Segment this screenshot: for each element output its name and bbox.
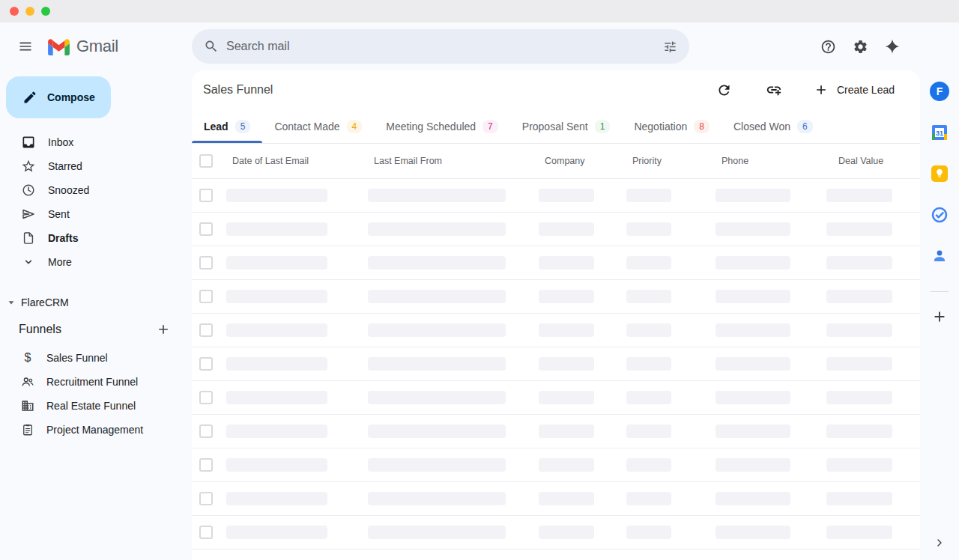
funnel-item-project-management[interactable]: Project Management — [0, 418, 192, 442]
lead-row-loading[interactable] — [192, 482, 920, 516]
collapse-arrow-icon — [7, 298, 16, 307]
skeleton-bar — [826, 357, 892, 371]
zoom-window-button[interactable] — [41, 7, 50, 16]
tab-proposal-sent[interactable]: Proposal Sent1 — [510, 109, 623, 143]
tab-count-badge: 6 — [797, 120, 813, 133]
funnel-item-sales[interactable]: $ Sales Funnel — [0, 346, 192, 370]
skeleton-bar — [368, 526, 506, 539]
keep-panel-button[interactable] — [930, 164, 949, 183]
search-input[interactable] — [226, 40, 655, 53]
column-header: Deal Value — [825, 156, 920, 166]
funnel-item-real-estate[interactable]: Real Estate Funnel — [0, 394, 192, 418]
page-title: Sales Funnel — [203, 83, 715, 97]
lead-row-loading[interactable] — [192, 415, 920, 448]
column-header: Date of Last Email — [225, 156, 366, 166]
right-side-panel: F 31 — [920, 70, 959, 560]
tune-icon — [663, 40, 677, 54]
skeleton-bar — [368, 323, 506, 337]
plus-icon — [156, 322, 171, 337]
lead-row-loading[interactable] — [192, 246, 920, 280]
tab-meeting-scheduled[interactable]: Meeting Scheduled7 — [374, 109, 510, 143]
row-checkbox[interactable] — [199, 492, 213, 505]
people-icon — [21, 375, 34, 389]
row-checkbox[interactable] — [199, 458, 213, 472]
help-button[interactable] — [815, 34, 841, 59]
row-checkbox[interactable] — [199, 189, 213, 202]
gmail-wordmark: Gmail — [76, 37, 118, 56]
lead-row-loading[interactable] — [192, 280, 920, 314]
funnels-header: Funnels — [0, 313, 192, 346]
funnel-item-recruitment[interactable]: Recruitment Funnel — [0, 370, 192, 394]
mail-nav: Inbox Starred Snoozed Sent Drafts — [0, 130, 192, 274]
skeleton-bar — [226, 357, 327, 371]
search-button[interactable] — [196, 31, 226, 61]
building-icon — [21, 399, 34, 413]
tasks-panel-button[interactable] — [930, 205, 949, 225]
calendar-panel-button[interactable]: 31 — [930, 123, 949, 142]
skeleton-bar — [226, 526, 327, 539]
clock-icon — [21, 183, 36, 198]
search-bar[interactable] — [192, 29, 689, 64]
sidebar-item-drafts[interactable]: Drafts — [0, 226, 192, 250]
sidebar-item-starred[interactable]: Starred — [0, 154, 192, 178]
tab-negotiation[interactable]: Negotiation8 — [622, 109, 721, 143]
get-add-ons-button[interactable] — [930, 307, 949, 326]
skeleton-bar — [368, 222, 506, 236]
select-all-checkbox[interactable] — [199, 154, 213, 168]
tab-count-badge: 5 — [235, 120, 251, 133]
tab-lead[interactable]: Lead5 — [192, 109, 262, 143]
sidebar-item-label: More — [48, 256, 72, 268]
lead-row-loading[interactable] — [192, 179, 920, 213]
lead-row-loading[interactable] — [192, 516, 920, 550]
chevron-right-icon — [934, 537, 946, 549]
funnel-item-label: Real Estate Funnel — [46, 400, 136, 412]
lead-row-loading[interactable] — [192, 314, 920, 347]
row-checkbox[interactable] — [199, 526, 213, 539]
row-checkbox[interactable] — [199, 290, 213, 303]
skeleton-bar — [226, 222, 327, 236]
skeleton-bar — [368, 256, 506, 270]
sidebar-item-inbox[interactable]: Inbox — [0, 130, 192, 154]
row-checkbox[interactable] — [199, 391, 213, 404]
add-funnel-button[interactable] — [154, 320, 172, 338]
skeleton-bar — [826, 391, 892, 404]
flarecrm-section-toggle[interactable]: FlareCRM — [0, 293, 192, 311]
main-menu-button[interactable] — [10, 31, 40, 61]
lead-row-loading[interactable] — [192, 347, 920, 381]
row-checkbox[interactable] — [199, 357, 213, 371]
refresh-button[interactable] — [715, 80, 734, 100]
sidebar-item-snoozed[interactable]: Snoozed — [0, 178, 192, 202]
calendar-icon: 31 — [931, 124, 949, 141]
settings-button[interactable] — [847, 34, 873, 59]
tab-contact-made[interactable]: Contact Made4 — [262, 109, 374, 143]
funnels-heading: Funnels — [19, 323, 61, 336]
expand-panel-button[interactable] — [934, 537, 946, 551]
funnel-list: $ Sales Funnel Recruitment Funnel Real E… — [0, 346, 192, 442]
lead-row-loading[interactable] — [192, 213, 920, 246]
row-checkbox[interactable] — [199, 256, 213, 270]
minimize-window-button[interactable] — [25, 7, 34, 16]
copy-link-button[interactable] — [764, 80, 784, 100]
hamburger-icon — [18, 39, 33, 54]
contacts-panel-button[interactable] — [930, 246, 949, 266]
row-checkbox[interactable] — [199, 222, 213, 236]
search-options-button[interactable] — [655, 31, 685, 61]
row-checkbox[interactable] — [199, 424, 213, 438]
tab-closed-won[interactable]: Closed Won6 — [721, 109, 825, 143]
skeleton-bar — [716, 391, 790, 404]
create-lead-button[interactable]: Create Lead — [814, 82, 895, 97]
sidebar-item-sent[interactable]: Sent — [0, 202, 192, 226]
close-window-button[interactable] — [10, 7, 19, 16]
skeleton-bar — [539, 189, 594, 202]
flarecrm-panel-button[interactable]: F — [930, 82, 949, 101]
skeleton-bar — [626, 424, 671, 438]
sidebar-item-more[interactable]: More — [0, 250, 192, 274]
gemini-button[interactable] — [880, 34, 905, 59]
row-checkbox[interactable] — [199, 323, 213, 337]
skeleton-bar — [539, 290, 594, 303]
compose-button[interactable]: Compose — [6, 76, 111, 118]
lead-row-loading[interactable] — [192, 381, 920, 415]
skeleton-bar — [826, 323, 892, 337]
lead-row-loading[interactable] — [192, 448, 920, 482]
skeleton-bar — [826, 526, 892, 539]
